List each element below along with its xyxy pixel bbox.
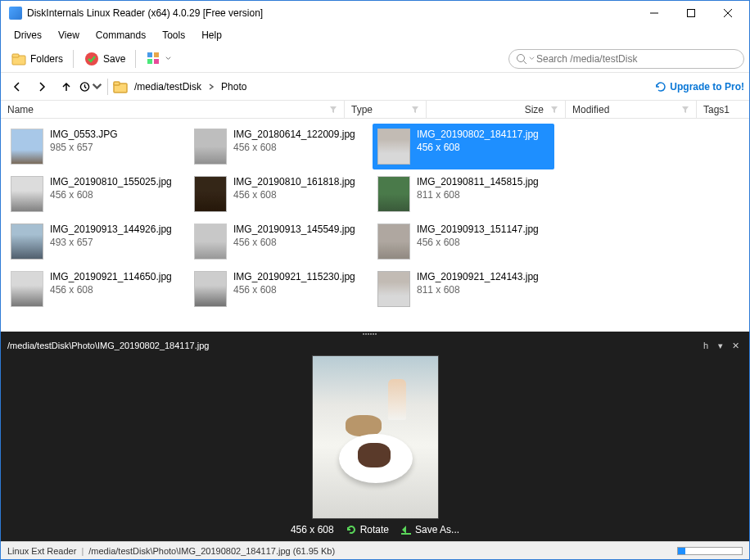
chevron-right-icon [208,84,215,90]
close-button[interactable] [709,1,746,25]
file-thumbnail [194,224,227,260]
file-dimensions: 456 x 608 [50,284,172,297]
filter-icon[interactable] [550,106,558,114]
file-name: IMG_20180614_122009.jpg [233,129,355,142]
usage-bar [677,547,743,555]
file-thumbnail [194,271,227,307]
save-button[interactable]: Save [79,47,130,70]
save-as-icon [400,524,412,535]
breadcrumb-root[interactable]: /media/testDisk [129,78,206,96]
file-item[interactable]: IMG_20190811_145815.jpg811 x 608 [373,171,554,217]
filter-icon[interactable] [329,106,337,114]
toolbar-divider [73,50,74,68]
column-tags[interactable]: Tags1 [697,101,749,118]
file-area[interactable]: IMG_0553.JPG985 x 657IMG_20180614_122009… [1,119,749,332]
toolbar-divider [135,50,136,68]
preview-toolbar: 456 x 608 Rotate Save As... [1,520,749,541]
file-dimensions: 811 x 608 [417,284,539,297]
file-thumbnail [11,271,43,307]
forward-button[interactable] [30,75,53,98]
preview-h-button[interactable]: h [698,338,713,353]
search-input[interactable] [536,53,737,65]
file-item[interactable]: IMG_20190913_145549.jpg456 x 608 [189,219,371,264]
file-thumbnail [377,271,410,307]
title-bar: DiskInternals Linux Reader (x64) 4.0.29 … [1,1,749,25]
svg-rect-7 [154,59,159,64]
file-item[interactable]: IMG_20190921_114650.jpg456 x 608 [6,266,188,312]
view-mode-button[interactable] [141,47,176,70]
grid-icon [146,51,162,67]
breadcrumb-leaf[interactable]: Photo [216,78,251,96]
refresh-icon [655,81,666,93]
file-dimensions: 985 x 657 [50,142,118,155]
app-icon [9,7,22,20]
file-name: IMG_20190913_144926.jpg [50,224,172,237]
file-dimensions: 456 x 608 [50,189,172,202]
svg-rect-0 [687,10,694,17]
menu-tools[interactable]: Tools [154,27,193,43]
preview-close-button[interactable]: ✕ [728,338,743,353]
window-title: DiskInternals Linux Reader (x64) 4.0.29 … [27,7,635,19]
up-button[interactable] [55,75,78,98]
preview-dim: 456 x 608 [291,524,334,535]
filter-icon[interactable] [681,106,689,114]
folders-button[interactable]: Folders [6,47,68,70]
file-thumbnail [377,176,410,212]
file-dimensions: 456 x 608 [417,237,539,250]
preview-header: /media/testDisk\Photo\IMG_20190802_18411… [1,336,749,355]
file-item[interactable]: IMG_20190802_184117.jpg456 x 608 [373,124,554,169]
menu-commands[interactable]: Commands [88,27,154,43]
back-button[interactable] [6,75,29,98]
svg-rect-12 [401,533,411,535]
file-dimensions: 811 x 608 [417,189,539,202]
chevron-down-icon [165,56,171,61]
toolbar: Folders Save [1,45,749,73]
minimize-button[interactable] [635,1,672,25]
column-headers: Name Type Size Modified Tags1 [1,101,749,119]
column-name[interactable]: Name [1,101,345,118]
preview-dropdown-button[interactable]: ▾ [713,338,728,353]
file-name: IMG_0553.JPG [50,129,118,142]
column-modified[interactable]: Modified [566,101,697,118]
file-item[interactable]: IMG_20190913_151147.jpg456 x 608 [373,219,554,264]
column-size[interactable]: Size [427,101,566,118]
file-thumbnail [11,176,43,212]
file-item[interactable]: IMG_20190810_155025.jpg456 x 608 [6,171,188,217]
upgrade-link[interactable]: Upgrade to Pro! [655,81,744,93]
file-thumbnail [194,176,227,212]
preview-image [312,355,439,519]
search-box[interactable] [508,49,744,69]
file-item[interactable]: IMG_20190921_124143.jpg811 x 608 [373,266,554,312]
status-sep: | [81,546,84,556]
chevron-down-icon [529,56,535,61]
preview-pane: /media/testDisk\Photo\IMG_20190802_18411… [1,336,749,541]
file-name: IMG_20190921_114650.jpg [50,271,172,284]
maximize-button[interactable] [672,1,709,25]
filter-icon[interactable] [411,106,419,114]
menu-help[interactable]: Help [193,27,230,43]
menu-drives[interactable]: Drives [6,27,50,43]
nav-bar: /media/testDisk Photo Upgrade to Pro! [1,73,749,101]
preview-body [1,355,749,520]
file-name: IMG_20190810_155025.jpg [50,176,172,189]
menu-view[interactable]: View [50,27,88,43]
rotate-button[interactable]: Rotate [346,524,389,535]
history-button[interactable] [79,75,102,98]
svg-rect-6 [147,59,152,64]
file-dimensions: 456 x 608 [233,189,355,202]
svg-rect-11 [114,82,120,85]
file-item[interactable]: IMG_0553.JPG985 x 657 [6,124,188,169]
save-icon [84,51,100,67]
status-bar: Linux Ext Reader | /media/testDisk\Photo… [1,541,749,559]
file-item[interactable]: IMG_20190913_144926.jpg493 x 657 [6,219,188,264]
preview-path: /media/testDisk\Photo\IMG_20190802_18411… [7,341,698,350]
column-type[interactable]: Type [345,101,427,118]
file-item[interactable]: IMG_20180614_122009.jpg456 x 608 [189,124,371,169]
svg-rect-5 [154,52,159,57]
file-name: IMG_20190913_151147.jpg [417,224,539,237]
file-item[interactable]: IMG_20190810_161818.jpg456 x 608 [189,171,371,217]
save-as-button[interactable]: Save As... [400,524,459,535]
svg-rect-4 [147,52,152,57]
chevron-down-icon [92,81,102,93]
file-item[interactable]: IMG_20190921_115230.jpg456 x 608 [189,266,371,312]
